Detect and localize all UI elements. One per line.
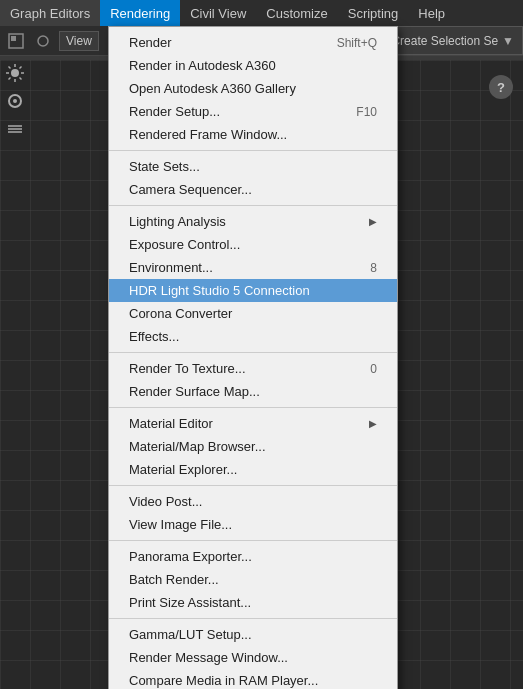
side-toolbar	[0, 56, 30, 256]
menu-item-render-setup[interactable]: Render Setup...F10	[109, 100, 397, 123]
view-label[interactable]: View	[59, 31, 99, 51]
svg-line-11	[9, 78, 11, 80]
svg-point-13	[13, 99, 17, 103]
menu-item-label-render: Render	[129, 35, 172, 50]
menu-item-label-render-a360: Render in Autodesk A360	[129, 58, 276, 73]
menu-separator-after-material-explorer	[109, 485, 397, 486]
menu-item-render-a360[interactable]: Render in Autodesk A360	[109, 54, 397, 77]
menu-item-arrow-material-editor: ▶	[369, 418, 377, 429]
menu-item-view-image-file[interactable]: View Image File...	[109, 513, 397, 536]
menu-separator-after-view-image-file	[109, 540, 397, 541]
menu-item-label-batch-render: Batch Render...	[129, 572, 219, 587]
menu-item-shortcut-environment: 8	[370, 261, 377, 275]
menu-item-label-open-a360-gallery: Open Autodesk A360 Gallery	[129, 81, 296, 96]
menu-item-label-exposure-control: Exposure Control...	[129, 237, 240, 252]
menu-item-environment[interactable]: Environment...8	[109, 256, 397, 279]
menu-item-render[interactable]: RenderShift+Q	[109, 31, 397, 54]
menu-item-camera-sequencer[interactable]: Camera Sequencer...	[109, 178, 397, 201]
menu-item-render-message-window[interactable]: Render Message Window...	[109, 646, 397, 669]
menu-item-label-corona-converter: Corona Converter	[129, 306, 232, 321]
svg-point-2	[38, 36, 48, 46]
svg-point-3	[11, 69, 19, 77]
toolbar-icon-2[interactable]	[32, 30, 54, 52]
side-icon-grid[interactable]	[2, 116, 28, 142]
menu-item-label-render-message-window: Render Message Window...	[129, 650, 288, 665]
menu-item-effects[interactable]: Effects...	[109, 325, 397, 348]
menu-item-label-render-to-texture: Render To Texture...	[129, 361, 246, 376]
menubar-item-graph-editors[interactable]: Graph Editors	[0, 0, 100, 26]
side-icon-circle[interactable]	[2, 88, 28, 114]
menu-item-open-a360-gallery[interactable]: Open Autodesk A360 Gallery	[109, 77, 397, 100]
menu-separator-after-rendered-frame-window	[109, 150, 397, 151]
menu-item-label-material-map-browser: Material/Map Browser...	[129, 439, 266, 454]
menu-item-render-surface-map[interactable]: Render Surface Map...	[109, 380, 397, 403]
menu-item-video-post[interactable]: Video Post...	[109, 490, 397, 513]
toolbar-icon-1[interactable]	[5, 30, 27, 52]
help-icon[interactable]: ?	[489, 75, 513, 99]
menu-item-label-render-setup: Render Setup...	[129, 104, 220, 119]
menu-item-label-rendered-frame-window: Rendered Frame Window...	[129, 127, 287, 142]
svg-line-9	[20, 78, 22, 80]
menubar-item-rendering[interactable]: Rendering	[100, 0, 180, 26]
menu-item-arrow-lighting-analysis: ▶	[369, 216, 377, 227]
menu-item-print-size-assistant[interactable]: Print Size Assistant...	[109, 591, 397, 614]
menu-item-label-material-editor: Material Editor	[129, 416, 213, 431]
menu-item-label-panorama-exporter: Panorama Exporter...	[129, 549, 252, 564]
menu-item-label-view-image-file: View Image File...	[129, 517, 232, 532]
svg-rect-1	[11, 36, 16, 41]
menu-item-panorama-exporter[interactable]: Panorama Exporter...	[109, 545, 397, 568]
menu-item-material-editor[interactable]: Material Editor▶	[109, 412, 397, 435]
menu-item-render-to-texture[interactable]: Render To Texture...0	[109, 357, 397, 380]
menu-item-label-render-surface-map: Render Surface Map...	[129, 384, 260, 399]
menu-item-compare-media-ram-player[interactable]: Compare Media in RAM Player...	[109, 669, 397, 689]
menu-separator-after-render-surface-map	[109, 407, 397, 408]
menu-item-exposure-control[interactable]: Exposure Control...	[109, 233, 397, 256]
menu-item-rendered-frame-window[interactable]: Rendered Frame Window...	[109, 123, 397, 146]
menu-separator-after-camera-sequencer	[109, 205, 397, 206]
menu-item-label-hdr-light-studio: HDR Light Studio 5 Connection	[129, 283, 310, 298]
menu-item-material-map-browser[interactable]: Material/Map Browser...	[109, 435, 397, 458]
svg-line-10	[20, 67, 22, 69]
menu-item-label-video-post: Video Post...	[129, 494, 202, 509]
menubar-item-help[interactable]: Help	[408, 0, 455, 26]
menu-separator-after-effects	[109, 352, 397, 353]
menubar-item-civil-view[interactable]: Civil View	[180, 0, 256, 26]
menubar-item-scripting[interactable]: Scripting	[338, 0, 409, 26]
svg-line-8	[9, 67, 11, 69]
side-icon-sun[interactable]	[2, 60, 28, 86]
menu-separator-after-print-size-assistant	[109, 618, 397, 619]
menu-item-batch-render[interactable]: Batch Render...	[109, 568, 397, 591]
menu-item-shortcut-render-setup: F10	[356, 105, 377, 119]
menu-item-label-compare-media-ram-player: Compare Media in RAM Player...	[129, 673, 318, 688]
menu-item-corona-converter[interactable]: Corona Converter	[109, 302, 397, 325]
menu-item-shortcut-render-to-texture: 0	[370, 362, 377, 376]
menu-item-label-state-sets: State Sets...	[129, 159, 200, 174]
menu-item-label-environment: Environment...	[129, 260, 213, 275]
menu-item-shortcut-render: Shift+Q	[337, 36, 377, 50]
dropdown-arrow-icon: ▼	[502, 34, 514, 48]
menubar: Graph Editors Rendering Civil View Custo…	[0, 0, 523, 26]
menu-item-label-lighting-analysis: Lighting Analysis	[129, 214, 226, 229]
create-selection-button[interactable]: Create Selection Se ▼	[382, 26, 523, 55]
menu-item-label-material-explorer: Material Explorer...	[129, 462, 237, 477]
menubar-item-customize[interactable]: Customize	[256, 0, 337, 26]
menu-item-state-sets[interactable]: State Sets...	[109, 155, 397, 178]
menu-item-material-explorer[interactable]: Material Explorer...	[109, 458, 397, 481]
menu-item-label-effects: Effects...	[129, 329, 179, 344]
menu-item-label-camera-sequencer: Camera Sequencer...	[129, 182, 252, 197]
rendering-dropdown-menu: RenderShift+QRender in Autodesk A360Open…	[108, 26, 398, 689]
menu-item-gamma-lut-setup[interactable]: Gamma/LUT Setup...	[109, 623, 397, 646]
menu-item-lighting-analysis[interactable]: Lighting Analysis▶	[109, 210, 397, 233]
menu-item-label-gamma-lut-setup: Gamma/LUT Setup...	[129, 627, 252, 642]
menu-item-label-print-size-assistant: Print Size Assistant...	[129, 595, 251, 610]
menu-item-hdr-light-studio[interactable]: HDR Light Studio 5 Connection	[109, 279, 397, 302]
